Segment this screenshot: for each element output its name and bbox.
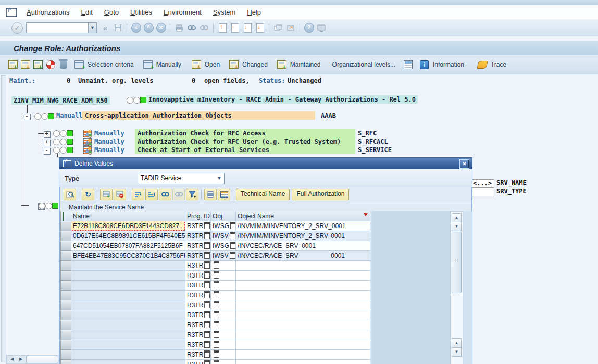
new-session-icon[interactable] (272, 22, 284, 34)
row-selector[interactable] (60, 261, 71, 271)
value-help-icon[interactable] (214, 281, 219, 288)
value-help-icon[interactable] (204, 331, 210, 338)
auth-object-label[interactable]: Check at Start of External Services (135, 146, 355, 154)
command-field[interactable]: ▼ (26, 22, 97, 33)
cell-object-name[interactable]: /INVCEC/RACE_SRV_0001 (236, 241, 370, 251)
value-help-icon[interactable] (204, 271, 210, 279)
delete-icon[interactable] (57, 59, 69, 70)
cell-obj[interactable] (211, 310, 236, 320)
cell-object-name[interactable] (236, 291, 370, 300)
cell-name[interactable] (71, 300, 185, 310)
value-help-icon[interactable] (230, 222, 236, 229)
scroll-up-icon[interactable]: ▲ (452, 213, 462, 222)
cell-name[interactable]: BFE4EB47E83C95CC870C1B4C8756FF (71, 251, 185, 261)
cell-prog-id[interactable]: R3TR (185, 320, 211, 330)
row-selector[interactable] (60, 350, 71, 360)
cell-obj[interactable] (211, 340, 236, 350)
horizontal-scrollbar-thumb[interactable] (26, 356, 58, 363)
value-help-icon[interactable] (230, 242, 236, 249)
node-mode-link[interactable]: Manually (94, 130, 124, 137)
cell-prog-id[interactable]: R3TR (185, 340, 211, 350)
scroll-down-icon[interactable]: ▼ (452, 222, 462, 231)
cell-name[interactable]: 0D617E64EC8B9891CE615BF4F640E5 (71, 231, 185, 241)
cell-prog-id[interactable]: R3TR (185, 281, 211, 291)
value-help-icon[interactable] (214, 271, 219, 279)
tree-row[interactable]: Manually Authorization Check for RFC Acc… (0, 129, 598, 137)
cell-obj[interactable] (211, 300, 236, 310)
cell-prog-id[interactable]: R3TR (185, 330, 211, 340)
summarize-icon[interactable] (45, 59, 56, 70)
chevron-down-icon[interactable]: ▼ (215, 174, 223, 182)
open-button[interactable]: Open (205, 61, 220, 68)
refresh-icon[interactable]: ↻ (82, 189, 94, 200)
cell-object-name[interactable] (236, 340, 370, 350)
insert-authorization-icon[interactable] (7, 59, 19, 70)
tree-row[interactable]: Manually Check at Start of External Serv… (0, 146, 598, 154)
value-help-icon[interactable] (214, 321, 219, 328)
value-help-icon[interactable] (204, 261, 210, 269)
preview-icon[interactable] (64, 189, 76, 200)
maintained-icon[interactable] (276, 59, 288, 70)
tree-expand-toggle[interactable] (44, 148, 51, 155)
cell-obj[interactable] (211, 291, 236, 300)
information-button[interactable]: Information (433, 61, 464, 68)
column-header-object-name[interactable]: Object Name (236, 211, 370, 221)
delete-row-icon[interactable] (114, 189, 126, 200)
next-page-icon[interactable]: ↓ (242, 22, 253, 34)
row-selector[interactable] (60, 300, 71, 310)
row-selector[interactable] (60, 330, 71, 340)
auth-object-label[interactable]: Authorization Check for RFC User (e.g. T… (135, 137, 355, 146)
cell-prog-id[interactable]: R3TR (185, 221, 211, 231)
srv-name-value-field[interactable]: <...> (470, 179, 494, 188)
row-selector[interactable] (60, 251, 71, 261)
exit-icon[interactable]: ^ (143, 22, 154, 34)
value-help-icon[interactable] (230, 252, 235, 259)
row-selector[interactable] (60, 241, 71, 251)
node-mode-link[interactable]: Manually (94, 138, 124, 145)
select-all-header[interactable] (60, 211, 71, 221)
cell-object-name[interactable] (236, 330, 370, 340)
srv-type-value-field[interactable] (470, 187, 494, 196)
menu-system[interactable]: System (213, 8, 235, 16)
cell-object-name[interactable] (236, 261, 370, 271)
last-page-icon[interactable]: ⇣ (254, 22, 266, 34)
trace-button[interactable]: Trace (491, 61, 506, 68)
role-name[interactable]: ZINV_MIM_NWG_RACE_ADM_R50 (11, 96, 110, 105)
row-selector[interactable] (60, 340, 71, 350)
row-selector[interactable] (60, 360, 71, 364)
cell-obj[interactable] (211, 360, 236, 364)
node-mode-link[interactable]: Manually (94, 146, 124, 154)
cell-name[interactable] (71, 261, 185, 271)
find-icon[interactable] (159, 189, 171, 200)
scroll-up-icon[interactable]: ▲ (452, 338, 462, 348)
previous-page-icon[interactable]: ↑ (229, 22, 241, 34)
sort-descending-icon[interactable] (145, 189, 158, 200)
command-dropdown-icon[interactable]: ▼ (88, 23, 96, 33)
cell-object-name[interactable] (236, 320, 370, 330)
cell-prog-id[interactable]: R3TR (185, 241, 211, 251)
value-help-icon[interactable] (204, 321, 210, 328)
cell-prog-id[interactable]: R3TR (185, 291, 211, 300)
cell-obj[interactable] (211, 271, 236, 281)
information-icon[interactable]: i (419, 59, 430, 70)
value-help-icon[interactable] (214, 311, 219, 318)
value-help-icon[interactable] (214, 291, 219, 298)
auth-object-label[interactable]: Authorization Check for RFC Access (135, 129, 355, 137)
cell-prog-id[interactable]: R3TR (185, 271, 211, 281)
value-help-icon[interactable] (230, 232, 235, 239)
cell-name[interactable] (71, 350, 185, 360)
vertical-scrollbar[interactable]: ▲ ▼ ▲ ▼ (450, 211, 463, 364)
cell-obj[interactable]: IWSG (211, 241, 236, 251)
cell-object-name[interactable]: /INVMIM/MINVENTORY_2_SRV0001 (236, 231, 370, 241)
print-icon[interactable] (173, 22, 185, 34)
cell-obj[interactable] (211, 350, 236, 360)
table-view-icon[interactable] (218, 189, 230, 200)
cell-prog-id[interactable]: R3TR (185, 251, 211, 261)
cell-obj[interactable]: IWSV (211, 231, 236, 241)
cell-object-name[interactable] (236, 281, 370, 291)
cell-prog-id[interactable]: R3TR (185, 300, 211, 310)
menu-help[interactable]: Help (247, 8, 261, 16)
row-selector[interactable] (60, 221, 71, 231)
column-header-prog-id[interactable]: Prog. ID (185, 211, 211, 221)
cell-prog-id[interactable]: R3TR (185, 350, 211, 360)
